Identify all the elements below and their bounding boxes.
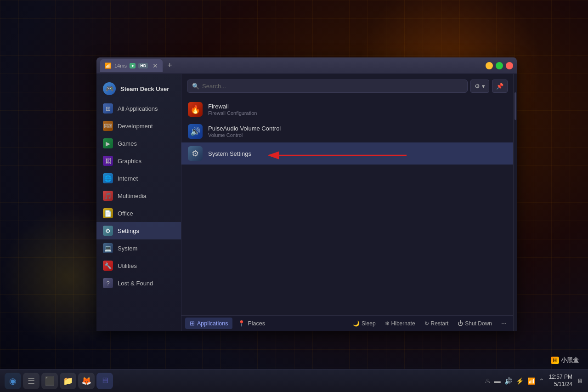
tab-close-button[interactable]: ✕ <box>153 62 158 69</box>
more-button[interactable]: ⋯ <box>498 318 509 329</box>
places-icon: 📍 <box>238 320 245 327</box>
window-content: 🎮 Steam Deck User ⊞ All Applications ⌨ D… <box>96 74 517 331</box>
places-label: Places <box>248 320 265 327</box>
new-tab-button[interactable]: + <box>164 60 175 71</box>
pulseaudio-app-name: PulseAudio Volume Control <box>208 125 281 132</box>
restart-label: Restart <box>431 320 449 327</box>
watermark-text: 小黑盒 <box>561 356 579 364</box>
internet-icon: 🌐 <box>103 173 113 183</box>
system-settings-app-name: System Settings <box>208 150 251 157</box>
office-icon: 📄 <box>103 208 113 218</box>
battery-tray-icon[interactable]: ▬ <box>494 377 501 385</box>
search-input-wrap: 🔍 <box>187 80 468 93</box>
sleep-label: Sleep <box>362 320 376 327</box>
dock-steamdeck[interactable]: ◉ <box>5 373 21 389</box>
multimedia-label: Multimedia <box>118 193 147 199</box>
dock-terminal[interactable]: ⬛ <box>41 373 58 389</box>
sidebar-item-multimedia[interactable]: 🎵 Multimedia <box>96 187 181 205</box>
sidebar-item-all-applications[interactable]: ⊞ All Applications <box>96 100 181 117</box>
sleep-icon: 🌙 <box>353 320 360 327</box>
taskbar-right: ♨ ▬ 🔊 ⚡ 📶 ⌃ 12:57 PM 5/11/24 🖥 <box>485 374 583 388</box>
title-bar: 📶 14ms ● HD ✕ + – □ ✕ <box>96 57 517 74</box>
system-label: System <box>118 245 137 252</box>
shutdown-label: Shut Down <box>465 320 492 327</box>
sidebar-item-internet[interactable]: 🌐 Internet <box>96 170 181 187</box>
settings-label: Settings <box>118 227 139 234</box>
user-avatar: 🎮 <box>103 82 116 95</box>
app-item-firewall[interactable]: 🔥 Firewall Firewall Configuration <box>181 98 513 120</box>
sidebar-item-graphics[interactable]: 🖼 Graphics <box>96 152 181 170</box>
clock-time: 12:57 PM <box>549 374 572 381</box>
minimize-button[interactable]: – <box>486 62 493 69</box>
dock-firefox[interactable]: 🦊 <box>78 373 95 389</box>
settings-icon: ⚙ <box>103 226 113 236</box>
search-input[interactable] <box>202 83 463 90</box>
sidebar-item-utilities[interactable]: 🔧 Utilities <box>96 257 181 274</box>
all-apps-icon: ⊞ <box>103 103 113 114</box>
taskbar-left: ◉ ☰ ⬛ 📁 🦊 🖥 <box>5 373 113 389</box>
steam-tray-icon[interactable]: ♨ <box>485 377 491 385</box>
watermark-logo: H <box>551 357 559 364</box>
app-item-pulseaudio[interactable]: 🔊 PulseAudio Volume Control Volume Contr… <box>181 120 513 142</box>
sidebar-item-settings[interactable]: ⚙ Settings <box>96 222 181 239</box>
tab-signal-strength: 14ms <box>114 63 127 68</box>
maximize-button[interactable]: □ <box>496 62 503 69</box>
watermark: H 小黑盒 <box>551 356 579 364</box>
more-icon: ⋯ <box>501 320 507 327</box>
menubar-places[interactable]: 📍 Places <box>233 318 270 329</box>
shutdown-button[interactable]: ⏻ Shut Down <box>455 318 495 329</box>
sleep-button[interactable]: 🌙 Sleep <box>350 318 379 329</box>
bluetooth-tray-icon[interactable]: ⚡ <box>516 377 524 385</box>
pulseaudio-app-desc: Volume Control <box>208 132 281 138</box>
tab-badge-green: ● <box>130 63 136 68</box>
utilities-icon: 🔧 <box>103 261 113 271</box>
pulseaudio-app-info: PulseAudio Volume Control Volume Control <box>208 125 281 138</box>
system-settings-app-info: System Settings <box>208 150 251 157</box>
lostfound-icon: ? <box>103 278 113 288</box>
firewall-app-icon: 🔥 <box>188 102 203 117</box>
scroll-thumb <box>514 92 516 120</box>
taskbar: ◉ ☰ ⬛ 📁 🦊 🖥 ♨ ▬ 🔊 ⚡ 📶 ⌃ 12:57 PM 5/11/24… <box>0 369 588 392</box>
dock-app2[interactable]: 🖥 <box>96 373 113 389</box>
monitor-icon[interactable]: 🖥 <box>577 377 583 385</box>
window-menubar: ⊞ Applications 📍 Places 🌙 Sleep ❄ Hiber <box>181 315 513 331</box>
sidebar-item-lost-found[interactable]: ? Lost & Found <box>96 274 181 292</box>
system-settings-app-icon: ⚙ <box>188 146 203 161</box>
lostfound-label: Lost & Found <box>118 280 153 287</box>
volume-tray-icon[interactable]: 🔊 <box>504 377 512 385</box>
annotation-arrow <box>264 142 411 170</box>
filter-button[interactable]: ⚙ ▾ <box>470 80 489 93</box>
wifi-tray-icon[interactable]: 📶 <box>527 377 535 385</box>
app-item-system-settings[interactable]: ⚙ System Settings <box>181 142 513 165</box>
sidebar-item-development[interactable]: ⌨ Development <box>96 117 181 135</box>
tab-badge-hd: HD <box>138 63 148 68</box>
sidebar-item-office[interactable]: 📄 Office <box>96 205 181 222</box>
close-button[interactable]: ✕ <box>506 62 513 69</box>
browser-window: 📶 14ms ● HD ✕ + – □ ✕ 🎮 Steam Deck User … <box>96 57 517 331</box>
menubar-applications[interactable]: ⊞ Applications <box>185 318 232 329</box>
firewall-app-name: Firewall <box>208 103 257 110</box>
internet-label: Internet <box>118 175 138 182</box>
graphics-label: Graphics <box>118 158 141 165</box>
scroll-track[interactable] <box>513 74 517 331</box>
sidebar-item-system[interactable]: 💻 System <box>96 239 181 257</box>
dock-filemanager[interactable]: 📁 <box>60 373 76 389</box>
applications-icon: ⊞ <box>190 320 195 327</box>
expand-tray-icon[interactable]: ⌃ <box>539 377 544 385</box>
hibernate-label: Hibernate <box>391 320 415 327</box>
tab-signal-icon: 📶 <box>105 62 112 69</box>
pin-button[interactable]: 📌 <box>492 80 508 93</box>
sidebar-item-games[interactable]: ▶ Games <box>96 135 181 152</box>
dev-label: Development <box>118 123 153 130</box>
dev-icon: ⌨ <box>103 121 113 131</box>
browser-tab[interactable]: 📶 14ms ● HD ✕ <box>100 59 163 72</box>
dock-taskmanager[interactable]: ☰ <box>23 373 40 389</box>
sys-tray: ♨ ▬ 🔊 ⚡ 📶 ⌃ <box>485 377 544 385</box>
search-bar-area: 🔍 ⚙ ▾ 📌 <box>181 74 513 97</box>
hibernate-button[interactable]: ❄ Hibernate <box>382 318 418 329</box>
games-label: Games <box>118 140 137 147</box>
multimedia-icon: 🎵 <box>103 191 113 201</box>
restart-button[interactable]: ↻ Restart <box>422 318 452 329</box>
pulseaudio-app-icon: 🔊 <box>188 124 203 139</box>
user-item[interactable]: 🎮 Steam Deck User <box>96 78 181 100</box>
